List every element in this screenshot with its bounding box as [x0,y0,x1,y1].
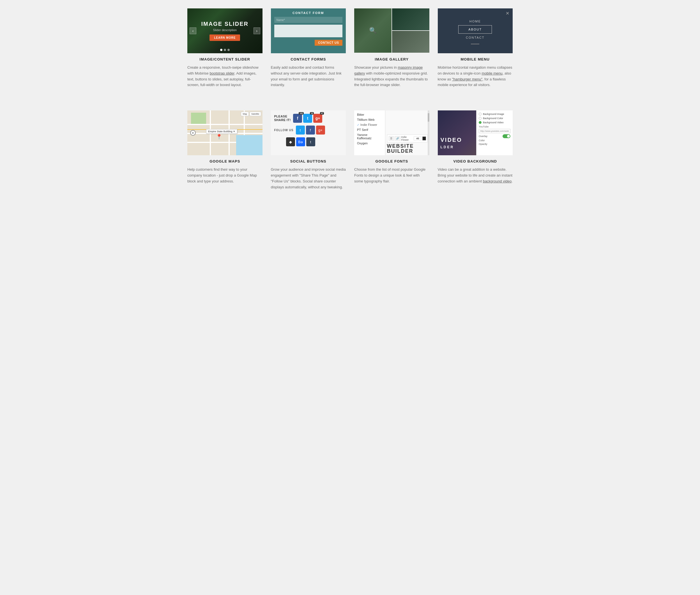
google-fonts-title: GOOGLE FONTS [354,159,429,163]
map-park [191,113,206,124]
slider-title: IMAGE SLIDER [201,21,248,27]
mobile-menu-divider [471,44,479,44]
social-follow-buttons: t f g+ [296,125,325,135]
facebook-icon: f [297,116,298,120]
slider-description: Slider description [201,28,248,32]
social-buttons-desc: Grow your audience and improve social me… [271,167,346,190]
slider-cta-button[interactable]: LEARN MORE [210,34,240,41]
social-extra-buttons: ◆ Bǝ t [274,137,343,146]
social-share-row: PLEASESHARE IT! f 102 t 19 g+ [274,114,343,123]
behance-button[interactable]: Bǝ [296,137,305,146]
overlay-label: Overlay [479,135,487,138]
google-fonts-desc: Choose from the list of most popular Goo… [354,167,429,184]
fonts-widget: Bitter Titillium Web Indie Flower PT Ser… [354,110,429,155]
tumblr-button[interactable]: t [306,137,315,146]
slider-content: IMAGE SLIDER Slider description LEARN MO… [201,21,248,41]
map-compass[interactable]: ⊕ [190,130,196,136]
color-row: Color [479,139,510,142]
gallery-cell-3[interactable] [392,31,429,53]
font-item-bitter[interactable]: Bitter [354,112,385,117]
gallery-cell-1[interactable]: 🔍 [354,8,392,53]
image-gallery-desc: Showcase your pictures in masonry image … [354,65,429,88]
map-controls: Map Satellite [241,112,261,116]
background-video-link[interactable]: background video [483,179,512,183]
googleplus-follow-button[interactable]: g+ [316,125,325,135]
slider-next-button[interactable]: › [253,27,260,34]
font-color-swatch[interactable] [422,137,426,140]
bg-image-radio[interactable] [479,113,482,115]
contact-forms-title: CONTACT FORMS [271,57,346,61]
overlay-row: Overlay [479,134,510,138]
bg-color-row: Background Color [479,117,510,120]
slider-dot-2[interactable] [224,49,226,51]
maps-widget[interactable]: Empire State Building ✕ 📍 Map Satellite … [187,110,263,155]
follow-label: FOLLOW US [274,129,294,132]
social-share-label: PLEASESHARE IT! [274,115,291,122]
slider-dot-3[interactable] [227,49,230,51]
facebook-share-button[interactable]: f 102 [293,114,302,123]
font-item-titillium[interactable]: Titillium Web [354,117,385,122]
font-name-display: Indie Flower [401,136,413,141]
mobile-nav-contact[interactable]: CONTACT [458,34,492,41]
twitter-icon: t [307,116,308,120]
feature-card-image-slider: ‹ IMAGE SLIDER Slider description LEARN … [187,8,263,88]
mobile-nav-about[interactable]: ABOUT [458,25,492,34]
fonts-toolbar: ☰ 🔗 Indie Flower [387,135,428,142]
googleplus-icon: g+ [316,116,320,120]
feature-grid-row1: ‹ IMAGE SLIDER Slider description LEARN … [187,8,513,88]
fonts-scrollbar[interactable] [428,110,429,155]
map-road-1 [187,124,263,125]
mobile-nav-home[interactable]: HOME [458,18,492,25]
gallery-cell-2[interactable] [392,8,429,30]
facebook-follow-button[interactable]: f [306,125,315,135]
map-satellite-button[interactable]: Satellite [250,112,261,116]
close-icon[interactable]: ✕ [506,11,509,16]
youtube-url-input[interactable] [479,129,510,133]
bg-color-label: Background Color [483,117,503,120]
font-item-yanone[interactable]: Yanone Kaffeesatz [354,132,385,141]
slider-prev-button[interactable]: ‹ [190,27,196,34]
bootstrap-slider-link[interactable]: bootstrap slider [210,71,234,76]
social-share-buttons: f 102 t 19 g+ 47 [293,114,322,123]
feature-card-google-fonts: Bitter Titillium Web Indie Flower PT Ser… [354,110,429,190]
overlay-toggle[interactable] [503,134,510,138]
font-item-pt[interactable]: PT Serif [354,127,385,132]
bg-video-radio[interactable] [479,121,482,124]
fonts-preview-text: WEBSITE BUILDER [387,143,428,153]
mobile-menu-link[interactable]: mobile menu [482,71,502,76]
twitter-follow-button[interactable]: t [296,125,305,135]
contact-forms-preview: CONTACT FORM CONTACT US [271,8,346,53]
contact-submit-button[interactable]: CONTACT US [315,40,343,46]
contact-name-input[interactable] [274,17,343,23]
font-size-input[interactable] [414,137,422,140]
feature-card-mobile-menu: ✕ HOME ABOUT CONTACT MOBILE MENU Mobiris… [438,8,513,88]
map-marker: 📍 [216,134,222,140]
mobile-menu-preview: ✕ HOME ABOUT CONTACT [438,8,513,53]
social-buttons-preview: PLEASESHARE IT! f 102 t 19 g+ [271,110,346,155]
contact-message-input[interactable] [274,25,343,37]
github-button[interactable]: ◆ [286,137,295,146]
googleplus-share-button[interactable]: g+ 47 [313,114,322,123]
font-link-button[interactable]: 🔗 [395,136,401,141]
image-slider-title: IMAGE/CONTENT SLIDER [187,57,263,61]
font-item-oxygen[interactable]: Oxygen [354,141,385,146]
hamburger-menu-link[interactable]: "hamburger menu" [452,77,482,81]
map-water [236,135,263,155]
feature-card-contact-forms: CONTACT FORM CONTACT US CONTACT FORMS Ea… [271,8,346,88]
video-widget: VIDEOLDER Background Image Background Co… [438,110,513,155]
feature-card-image-gallery: 🔍 IMAGE GALLERY Showcase your pictures i… [354,8,429,88]
bg-color-radio[interactable] [479,117,482,120]
bg-video-label: Background Video [483,121,504,124]
image-gallery-desc-text2: with mobile-optimized responsive grid. I… [354,71,428,87]
googleplus-count: 47 [320,112,324,115]
image-gallery-preview: 🔍 [354,8,429,53]
page-wrapper: ‹ IMAGE SLIDER Slider description LEARN … [182,0,518,213]
map-view-button[interactable]: Map [241,112,249,116]
twitter-share-button[interactable]: t 19 [303,114,312,123]
font-align-left[interactable]: ☰ [389,136,394,141]
slider-dot-1[interactable] [220,49,222,51]
fonts-list: Bitter Titillium Web Indie Flower PT Ser… [354,110,385,155]
video-background-preview: VIDEOLDER Background Image Background Co… [438,110,513,155]
font-item-indie[interactable]: Indie Flower [354,122,385,127]
fonts-scrollbar-thumb[interactable] [428,113,429,122]
